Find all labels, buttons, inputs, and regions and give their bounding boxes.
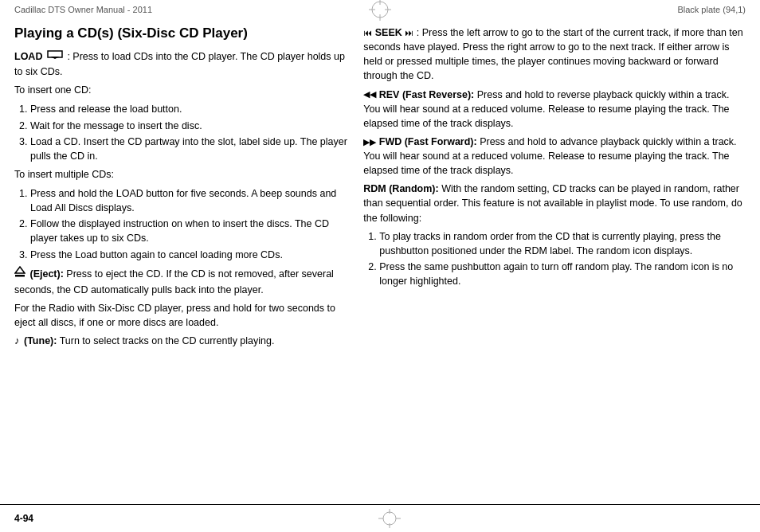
rev-label: REV (Fast Reverse):: [379, 89, 475, 100]
load-label: LOAD: [14, 51, 42, 62]
insert-one-intro: To insert one CD:: [14, 83, 351, 97]
footer: 4-94: [0, 504, 760, 532]
load-paragraph: LOAD : Press to load CDs into the CD pla…: [14, 49, 351, 79]
page-container: Cadillac DTS Owner Manual - 2011 Black p…: [0, 0, 760, 532]
insert-one-list: Press and release the load button. Wait …: [30, 102, 351, 163]
eject-paragraph: (Eject): Press to eject the CD. If the C…: [14, 266, 351, 297]
list-item: Press the same pushbutton again to turn …: [379, 260, 746, 288]
header-right-text: Black plate (94,1): [677, 5, 746, 14]
tune-desc: Turn to select tracks on the CD currentl…: [60, 335, 275, 346]
insert-multi-list: Press and hold the LOAD button for five …: [30, 186, 351, 262]
crosshair-icon: [367, 0, 393, 22]
tune-label: (Tune):: [24, 335, 57, 346]
tune-paragraph: ♪ (Tune): Turn to select tracks on the C…: [14, 334, 351, 349]
rdm-label: RDM (Random):: [363, 183, 438, 194]
fwd-label: FWD (Fast Forward):: [379, 136, 477, 147]
footer-crosshair-icon: [377, 508, 402, 529]
seek-desc: : Press the left arrow to go to the star…: [363, 27, 742, 81]
header: Cadillac DTS Owner Manual - 2011 Black p…: [0, 0, 760, 18]
insert-multi-intro: To insert multiple CDs:: [14, 167, 351, 182]
svg-rect-5: [48, 51, 62, 57]
svg-marker-7: [15, 267, 25, 273]
fwd-paragraph: ▶▶ FWD (Fast Forward): Press and hold to…: [363, 135, 746, 178]
list-item: Press the Load button again to cancel lo…: [30, 248, 351, 262]
list-item: Wait for the message to insert the disc.: [30, 119, 351, 133]
header-left-text: Cadillac DTS Owner Manual - 2011: [14, 5, 152, 14]
radio-desc: For the Radio with Six-Disc CD player, p…: [14, 301, 351, 330]
footer-center: [33, 508, 746, 529]
list-item: Press and hold the LOAD button for five …: [30, 186, 351, 215]
page-title: Playing a CD(s) (Six-Disc CD Player): [14, 25, 351, 41]
svg-rect-8: [15, 275, 25, 277]
list-item: To play tracks in random order from the …: [379, 229, 746, 258]
fwd-icon: ▶▶: [363, 136, 376, 149]
eject-icon: [14, 266, 25, 283]
seek-left-icon: ⏮: [363, 27, 372, 40]
right-column: ⏮ SEEK ⏭ : Press the left arrow to go to…: [363, 25, 746, 481]
header-center: [367, 0, 393, 22]
list-item: Load a CD. Insert the CD partway into th…: [30, 135, 351, 163]
page-number: 4-94: [14, 513, 33, 524]
rev-icon: ◀◀: [363, 88, 376, 101]
load-icon: [47, 50, 63, 65]
eject-label: (Eject):: [29, 268, 63, 280]
seek-paragraph: ⏮ SEEK ⏭ : Press the left arrow to go to…: [363, 25, 746, 84]
seek-label: SEEK: [375, 27, 402, 38]
rdm-list: To play tracks in random order from the …: [379, 229, 746, 289]
seek-right-icon: ⏭: [405, 27, 413, 40]
left-column: Playing a CD(s) (Six-Disc CD Player) LOA…: [14, 25, 351, 481]
list-item: Follow the displayed instruction on when…: [30, 217, 351, 245]
svg-point-9: [383, 512, 396, 525]
main-content: Playing a CD(s) (Six-Disc CD Player) LOA…: [0, 18, 760, 487]
load-desc: : Press to load CDs into the CD player. …: [14, 51, 345, 77]
list-item: Press and release the load button.: [30, 102, 351, 116]
tune-icon: ♪: [14, 334, 20, 349]
rdm-paragraph: RDM (Random): With the random setting, C…: [363, 182, 746, 225]
rev-paragraph: ◀◀ REV (Fast Reverse): Press and hold to…: [363, 88, 746, 131]
